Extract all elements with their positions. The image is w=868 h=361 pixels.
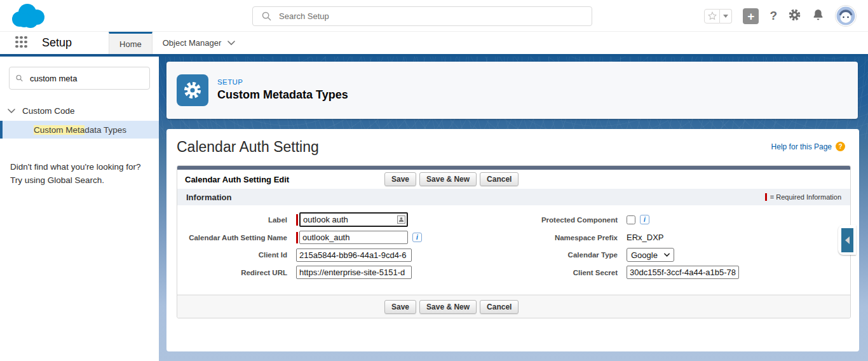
required-legend: = Required Information xyxy=(765,193,841,201)
quick-create-icon[interactable]: + xyxy=(743,8,759,24)
search-setup-input[interactable] xyxy=(278,11,592,22)
record-title: Calendar Auth Setting xyxy=(177,139,319,156)
cancel-button[interactable]: Cancel xyxy=(480,172,519,186)
sidebar-group-custom-code[interactable]: Custom Code xyxy=(0,101,159,121)
panel-divider xyxy=(177,289,850,295)
help-badge-icon[interactable]: ? xyxy=(836,142,845,151)
page-header-card: SETUP Custom Metadata Types xyxy=(166,62,858,119)
label-field-label: Label xyxy=(177,216,296,224)
namespace-prefix-label: Namespace Prefix xyxy=(522,234,627,242)
help-for-this-page-link[interactable]: Help for this Page xyxy=(771,142,832,151)
tab-object-manager-label: Object Manager xyxy=(163,38,222,48)
app-launcher-icon[interactable] xyxy=(15,36,29,50)
setup-gear-icon xyxy=(177,74,208,106)
info-icon[interactable]: i xyxy=(412,233,422,242)
information-section-header: Information = Required Information xyxy=(177,189,850,205)
search-match-highlight: Custom Meta xyxy=(34,125,85,135)
required-marker xyxy=(296,214,298,226)
sidebar-not-found-hint: Didn't find what you're looking for? Try… xyxy=(10,160,149,187)
chevron-down-icon xyxy=(227,41,235,45)
protected-component-label: Protected Component xyxy=(522,216,627,224)
chevron-down-icon xyxy=(664,253,670,257)
save-and-new-button[interactable]: Save & New xyxy=(419,300,477,314)
info-icon[interactable]: i xyxy=(640,215,649,224)
setup-sidebar: Custom Code Custom Metadata Types Didn't… xyxy=(0,57,159,361)
search-icon xyxy=(262,11,271,21)
favorite-star-icon[interactable] xyxy=(704,9,720,24)
page-eyebrow: SETUP xyxy=(217,78,243,86)
group-label: Custom Code xyxy=(22,106,75,116)
panel-title: Calendar Auth Setting Edit xyxy=(185,175,289,184)
setup-search-bar[interactable] xyxy=(252,6,592,26)
redirect-url-label: Redirect URL xyxy=(177,269,296,276)
required-marker xyxy=(765,193,767,201)
client-secret-input[interactable] xyxy=(627,266,739,279)
tab-object-manager[interactable]: Object Manager xyxy=(153,32,246,54)
hint-line-2: Try using Global Search. xyxy=(10,174,149,187)
record-edit-card: Calendar Auth Setting Help for this Page… xyxy=(166,129,859,351)
notifications-bell-icon[interactable] xyxy=(812,8,824,24)
global-header: + ? xyxy=(0,0,868,32)
panel-footer: Save Save & New Cancel xyxy=(177,295,850,318)
quick-find-input[interactable] xyxy=(29,73,143,84)
client-id-input[interactable] xyxy=(296,249,412,262)
user-avatar[interactable] xyxy=(835,5,857,27)
setup-nav-bar: Setup Home Object Manager xyxy=(0,32,868,54)
item-label-rest: data Types xyxy=(85,125,126,135)
hint-line-1: Didn't find what you're looking for? xyxy=(10,160,149,174)
autofill-contact-icon[interactable] xyxy=(397,215,405,224)
calendar-type-select[interactable]: Google xyxy=(627,248,674,262)
protected-component-checkbox[interactable] xyxy=(627,215,635,224)
save-button[interactable]: Save xyxy=(384,172,416,186)
calendar-type-label: Calendar Type xyxy=(522,251,627,259)
setup-content-area: SETUP Custom Metadata Types Calendar Aut… xyxy=(159,57,868,361)
namespace-prefix-value: ERx_DXP xyxy=(627,233,664,242)
tab-home-label: Home xyxy=(119,39,142,49)
label-input[interactable] xyxy=(299,212,408,227)
settings-gear-icon[interactable] xyxy=(788,8,801,24)
cancel-button[interactable]: Cancel xyxy=(480,300,519,314)
sidebar-item-custom-metadata-types[interactable]: Custom Metadata Types xyxy=(0,121,159,139)
expand-panel-arrow-icon xyxy=(841,228,853,252)
required-legend-text: = Required Information xyxy=(770,193,841,201)
save-and-new-button[interactable]: Save & New xyxy=(419,172,477,186)
salesforce-logo-icon xyxy=(9,1,48,33)
client-id-label: Client Id xyxy=(177,251,296,259)
calendar-type-value: Google xyxy=(631,250,658,260)
save-button[interactable]: Save xyxy=(384,300,416,314)
favorites-split-button[interactable] xyxy=(704,9,732,24)
sidebar-quick-find[interactable] xyxy=(9,67,150,90)
client-secret-label: Client Secret xyxy=(522,269,627,276)
search-icon xyxy=(16,74,23,83)
required-marker xyxy=(296,232,298,243)
edit-panel: Calendar Auth Setting Edit Save Save & N… xyxy=(177,165,851,318)
favorites-dropdown-icon[interactable] xyxy=(720,9,732,24)
setting-name-label: Calendar Auth Setting Name xyxy=(177,234,296,242)
collapsed-panel-toggle[interactable] xyxy=(838,225,856,255)
app-name: Setup xyxy=(42,36,72,50)
redirect-url-input[interactable] xyxy=(296,266,412,279)
help-icon[interactable]: ? xyxy=(770,9,777,23)
chevron-down-icon xyxy=(8,109,15,113)
tab-home[interactable]: Home xyxy=(109,32,153,54)
section-title: Information xyxy=(186,193,232,202)
setting-name-input[interactable] xyxy=(299,231,408,244)
page-title: Custom Metadata Types xyxy=(217,88,348,102)
